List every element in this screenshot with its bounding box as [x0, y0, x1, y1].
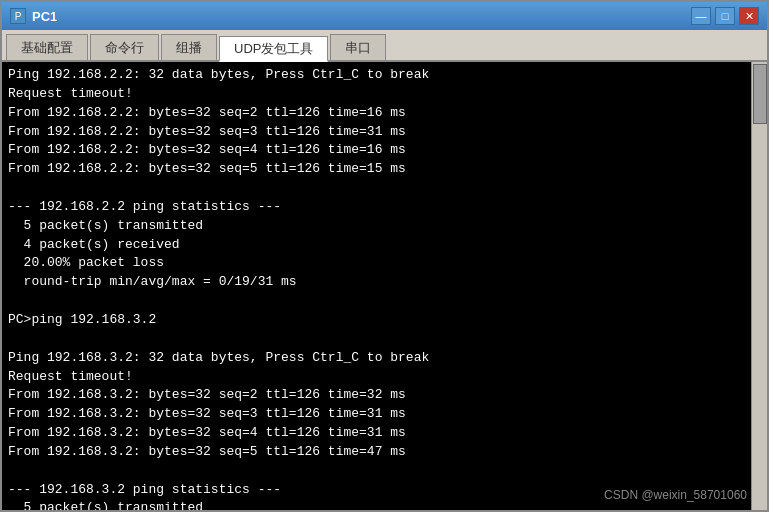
- watermark: CSDN @weixin_58701060: [604, 488, 747, 502]
- tab-cmd[interactable]: 命令行: [90, 34, 159, 60]
- main-window: P PC1 — □ ✕ 基础配置 命令行 组播 UDP发包工具 串口 Ping …: [0, 0, 769, 512]
- window-icon: P: [10, 8, 26, 24]
- minimize-button[interactable]: —: [691, 7, 711, 25]
- title-bar: P PC1 — □ ✕: [2, 2, 767, 30]
- scrollbar[interactable]: [751, 62, 767, 510]
- title-controls: — □ ✕: [691, 7, 759, 25]
- tab-bar: 基础配置 命令行 组播 UDP发包工具 串口: [2, 30, 767, 62]
- terminal-output[interactable]: Ping 192.168.2.2: 32 data bytes, Press C…: [2, 62, 767, 510]
- window-title: PC1: [32, 9, 57, 24]
- scrollbar-thumb[interactable]: [753, 64, 767, 124]
- tab-udp[interactable]: UDP发包工具: [219, 36, 328, 62]
- close-button[interactable]: ✕: [739, 7, 759, 25]
- title-bar-left: P PC1: [10, 8, 57, 24]
- content-area: Ping 192.168.2.2: 32 data bytes, Press C…: [2, 62, 767, 510]
- tab-serial[interactable]: 串口: [330, 34, 386, 60]
- tab-basic[interactable]: 基础配置: [6, 34, 88, 60]
- tab-group[interactable]: 组播: [161, 34, 217, 60]
- maximize-button[interactable]: □: [715, 7, 735, 25]
